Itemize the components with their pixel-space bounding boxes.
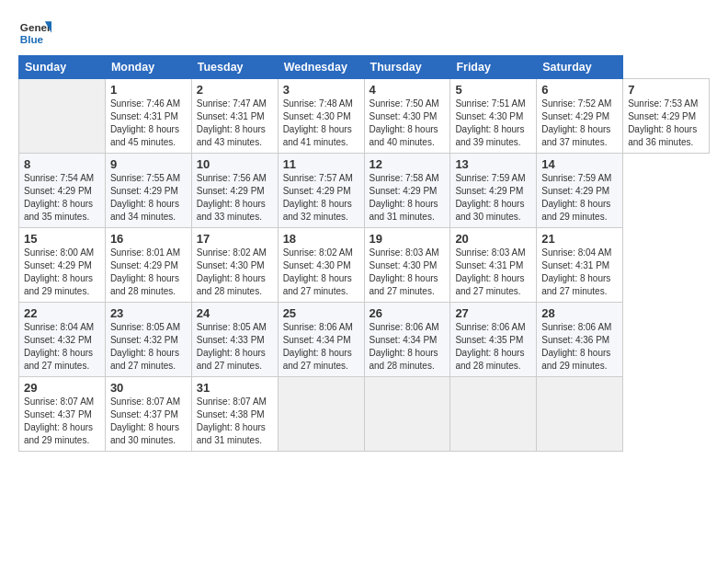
- day-info: Sunrise: 8:04 AMSunset: 4:31 PMDaylight:…: [541, 247, 611, 296]
- day-info: Sunrise: 7:56 AMSunset: 4:29 PMDaylight:…: [197, 173, 267, 222]
- day-info: Sunrise: 8:07 AMSunset: 4:38 PMDaylight:…: [197, 396, 267, 445]
- day-number: 6: [541, 83, 618, 97]
- calendar-day-cell: 3 Sunrise: 7:48 AMSunset: 4:30 PMDayligh…: [278, 79, 364, 154]
- day-number: 1: [110, 83, 187, 97]
- day-number: 12: [370, 157, 446, 171]
- day-number: 5: [455, 83, 531, 97]
- day-number: 27: [455, 306, 531, 320]
- calendar-day-cell: 29 Sunrise: 8:07 AMSunset: 4:37 PMDaylig…: [19, 377, 106, 452]
- day-number: 29: [24, 381, 100, 395]
- day-info: Sunrise: 7:51 AMSunset: 4:30 PMDaylight:…: [455, 98, 525, 147]
- calendar-day-cell: [278, 377, 364, 452]
- calendar-week-row: 15 Sunrise: 8:00 AMSunset: 4:29 PMDaylig…: [19, 228, 710, 303]
- day-info: Sunrise: 8:02 AMSunset: 4:30 PMDaylight:…: [283, 247, 353, 296]
- day-info: Sunrise: 7:59 AMSunset: 4:29 PMDaylight:…: [541, 173, 611, 222]
- day-number: 22: [24, 306, 100, 320]
- column-header-thursday: Thursday: [364, 56, 450, 79]
- day-number: 16: [110, 232, 187, 246]
- day-number: 26: [370, 306, 446, 320]
- calendar-day-cell: 21 Sunrise: 8:04 AMSunset: 4:31 PMDaylig…: [537, 228, 623, 303]
- calendar-week-row: 8 Sunrise: 7:54 AMSunset: 4:29 PMDayligh…: [19, 154, 710, 228]
- day-info: Sunrise: 7:58 AMSunset: 4:29 PMDaylight:…: [370, 173, 439, 222]
- calendar-day-cell: [364, 377, 450, 452]
- day-number: 9: [110, 157, 187, 171]
- calendar-week-row: 29 Sunrise: 8:07 AMSunset: 4:37 PMDaylig…: [19, 377, 710, 452]
- day-number: 13: [455, 157, 531, 171]
- day-number: 10: [197, 157, 273, 171]
- column-header-monday: Monday: [105, 56, 191, 79]
- calendar-day-cell: 4 Sunrise: 7:50 AMSunset: 4:30 PMDayligh…: [364, 79, 450, 154]
- column-header-friday: Friday: [450, 56, 537, 79]
- calendar-day-cell: 13 Sunrise: 7:59 AMSunset: 4:29 PMDaylig…: [450, 154, 537, 228]
- day-info: Sunrise: 7:48 AMSunset: 4:30 PMDaylight:…: [283, 98, 353, 147]
- day-info: Sunrise: 8:02 AMSunset: 4:30 PMDaylight:…: [197, 247, 267, 296]
- calendar-day-cell: [450, 377, 537, 452]
- day-number: 8: [24, 157, 100, 171]
- day-info: Sunrise: 7:57 AMSunset: 4:29 PMDaylight:…: [283, 173, 353, 222]
- header: General Blue: [18, 15, 710, 48]
- day-info: Sunrise: 7:53 AMSunset: 4:29 PMDaylight:…: [628, 98, 698, 147]
- calendar-day-cell: 26 Sunrise: 8:06 AMSunset: 4:34 PMDaylig…: [364, 303, 450, 377]
- day-info: Sunrise: 8:03 AMSunset: 4:31 PMDaylight:…: [455, 247, 525, 296]
- day-info: Sunrise: 8:06 AMSunset: 4:34 PMDaylight:…: [370, 322, 439, 371]
- day-info: Sunrise: 8:00 AMSunset: 4:29 PMDaylight:…: [24, 247, 94, 296]
- calendar-day-cell: 20 Sunrise: 8:03 AMSunset: 4:31 PMDaylig…: [450, 228, 537, 303]
- calendar-day-cell: 11 Sunrise: 7:57 AMSunset: 4:29 PMDaylig…: [278, 154, 364, 228]
- calendar-day-cell: 6 Sunrise: 7:52 AMSunset: 4:29 PMDayligh…: [537, 79, 623, 154]
- day-info: Sunrise: 8:06 AMSunset: 4:36 PMDaylight:…: [541, 322, 611, 371]
- day-number: 25: [283, 306, 359, 320]
- column-header-tuesday: Tuesday: [191, 56, 278, 79]
- calendar-day-cell: 30 Sunrise: 8:07 AMSunset: 4:37 PMDaylig…: [105, 377, 191, 452]
- calendar-day-cell: 22 Sunrise: 8:04 AMSunset: 4:32 PMDaylig…: [19, 303, 106, 377]
- day-info: Sunrise: 7:55 AMSunset: 4:29 PMDaylight:…: [110, 173, 180, 222]
- calendar-day-cell: 7 Sunrise: 7:53 AMSunset: 4:29 PMDayligh…: [623, 79, 710, 154]
- calendar-day-cell: 8 Sunrise: 7:54 AMSunset: 4:29 PMDayligh…: [19, 154, 106, 228]
- calendar-day-cell: 16 Sunrise: 8:01 AMSunset: 4:29 PMDaylig…: [105, 228, 191, 303]
- logo-icon: General Blue: [18, 15, 51, 48]
- calendar-day-cell: 9 Sunrise: 7:55 AMSunset: 4:29 PMDayligh…: [105, 154, 191, 228]
- day-number: 2: [197, 83, 273, 97]
- calendar-day-cell: 27 Sunrise: 8:06 AMSunset: 4:35 PMDaylig…: [450, 303, 537, 377]
- day-info: Sunrise: 7:47 AMSunset: 4:31 PMDaylight:…: [197, 98, 267, 147]
- day-number: 18: [283, 232, 359, 246]
- calendar-table: SundayMondayTuesdayWednesdayThursdayFrid…: [18, 55, 710, 452]
- column-header-saturday: Saturday: [537, 56, 623, 79]
- day-info: Sunrise: 8:05 AMSunset: 4:33 PMDaylight:…: [197, 322, 267, 371]
- column-header-wednesday: Wednesday: [278, 56, 364, 79]
- calendar-day-cell: 25 Sunrise: 8:06 AMSunset: 4:34 PMDaylig…: [278, 303, 364, 377]
- calendar-day-cell: [537, 377, 623, 452]
- calendar-day-cell: 31 Sunrise: 8:07 AMSunset: 4:38 PMDaylig…: [191, 377, 278, 452]
- day-info: Sunrise: 8:07 AMSunset: 4:37 PMDaylight:…: [24, 396, 94, 445]
- day-info: Sunrise: 7:54 AMSunset: 4:29 PMDaylight:…: [24, 173, 94, 222]
- day-number: 19: [370, 232, 446, 246]
- svg-text:Blue: Blue: [20, 33, 44, 45]
- calendar-day-cell: 18 Sunrise: 8:02 AMSunset: 4:30 PMDaylig…: [278, 228, 364, 303]
- day-info: Sunrise: 8:06 AMSunset: 4:35 PMDaylight:…: [455, 322, 525, 371]
- day-number: 23: [110, 306, 187, 320]
- day-number: 15: [24, 232, 100, 246]
- calendar-day-cell: 5 Sunrise: 7:51 AMSunset: 4:30 PMDayligh…: [450, 79, 537, 154]
- day-number: 20: [455, 232, 531, 246]
- day-info: Sunrise: 8:03 AMSunset: 4:30 PMDaylight:…: [370, 247, 439, 296]
- day-number: 14: [541, 157, 618, 171]
- day-number: 17: [197, 232, 273, 246]
- day-number: 21: [541, 232, 618, 246]
- calendar-day-cell: 14 Sunrise: 7:59 AMSunset: 4:29 PMDaylig…: [537, 154, 623, 228]
- calendar-day-cell: 10 Sunrise: 7:56 AMSunset: 4:29 PMDaylig…: [191, 154, 278, 228]
- calendar-day-cell: 12 Sunrise: 7:58 AMSunset: 4:29 PMDaylig…: [364, 154, 450, 228]
- page-container: General Blue SundayMondayTuesdayWednesda…: [0, 0, 728, 461]
- day-number: 7: [628, 83, 704, 97]
- day-info: Sunrise: 8:07 AMSunset: 4:37 PMDaylight:…: [110, 396, 180, 445]
- calendar-day-cell: 19 Sunrise: 8:03 AMSunset: 4:30 PMDaylig…: [364, 228, 450, 303]
- day-info: Sunrise: 7:50 AMSunset: 4:30 PMDaylight:…: [370, 98, 439, 147]
- calendar-day-cell: 24 Sunrise: 8:05 AMSunset: 4:33 PMDaylig…: [191, 303, 278, 377]
- day-info: Sunrise: 8:06 AMSunset: 4:34 PMDaylight:…: [283, 322, 353, 371]
- day-info: Sunrise: 7:52 AMSunset: 4:29 PMDaylight:…: [541, 98, 611, 147]
- calendar-day-cell: 2 Sunrise: 7:47 AMSunset: 4:31 PMDayligh…: [191, 79, 278, 154]
- day-number: 4: [370, 83, 446, 97]
- day-number: 11: [283, 157, 359, 171]
- day-number: 28: [541, 306, 618, 320]
- day-number: 30: [110, 381, 187, 395]
- day-info: Sunrise: 8:05 AMSunset: 4:32 PMDaylight:…: [110, 322, 180, 371]
- day-number: 3: [283, 83, 359, 97]
